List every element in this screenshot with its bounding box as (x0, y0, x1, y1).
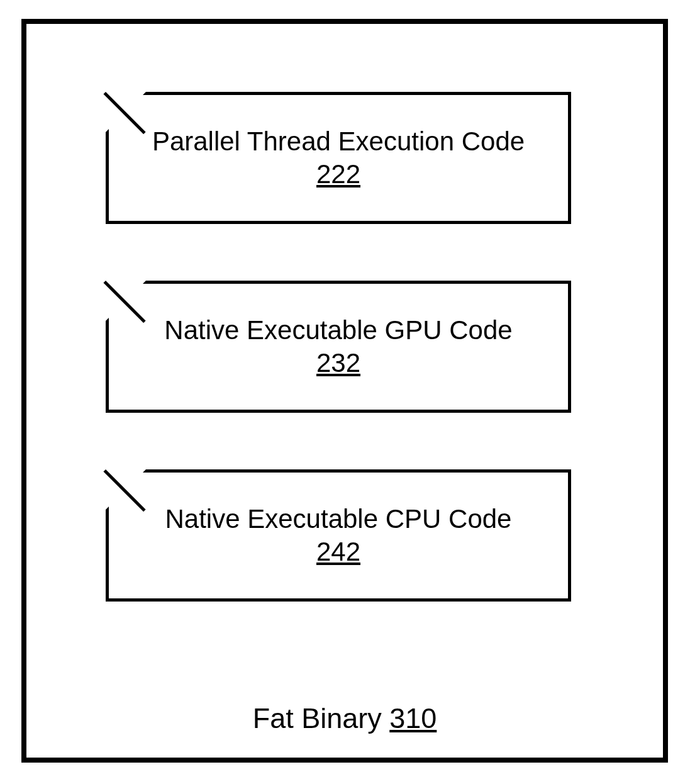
block-ref: 242 (316, 535, 360, 569)
card-cut-corner-icon (106, 281, 146, 321)
block-cpu-code: Native Executable CPU Code 242 (106, 469, 571, 602)
card-cut-corner-icon (106, 469, 146, 510)
block-ptx-code: Parallel Thread Execution Code 222 (106, 92, 571, 224)
card-cut-corner-icon (106, 92, 146, 132)
container-label: Fat Binary (253, 702, 382, 734)
fat-binary-container: Parallel Thread Execution Code 222 Nativ… (21, 19, 668, 763)
block-title: Parallel Thread Execution Code (152, 125, 525, 159)
block-title: Native Executable GPU Code (164, 314, 512, 347)
block-title: Native Executable CPU Code (165, 503, 512, 536)
container-caption: Fat Binary 310 (26, 702, 663, 735)
container-ref: 310 (389, 702, 437, 734)
block-gpu-code: Native Executable GPU Code 232 (106, 281, 571, 413)
block-ref: 232 (316, 347, 360, 380)
block-ref: 222 (316, 158, 360, 191)
